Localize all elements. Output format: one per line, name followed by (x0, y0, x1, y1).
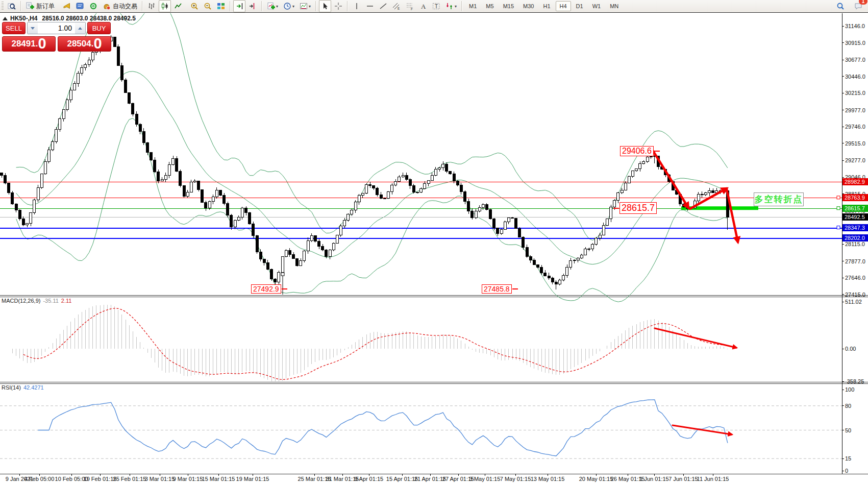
toolbar-right-group: 1 (834, 1, 865, 12)
arrows-tool-button[interactable]: ▾ (443, 0, 459, 12)
rsi-axis-label: 50 (845, 427, 851, 433)
macd-histogram (12, 305, 727, 381)
equidistant-channel-tool-button[interactable]: E (390, 0, 403, 12)
annotation-connector (654, 151, 660, 152)
bollinger-bands (16, 13, 728, 302)
macd-signal-value: 2.11 (61, 298, 72, 304)
trend-arrow-macd[interactable] (655, 328, 736, 348)
volume-input[interactable] (38, 22, 75, 34)
one-click-collapse-arrow[interactable] (3, 17, 8, 20)
volume-decrease-button[interactable] (28, 22, 38, 34)
price-annotation-27492.9[interactable]: 27492.9 (251, 284, 281, 294)
search-button[interactable] (834, 0, 847, 12)
auto-scroll-icon (235, 2, 243, 10)
rsi-axis-label: 80 (845, 403, 851, 409)
auto-scroll-tool-button[interactable] (233, 0, 245, 12)
metaeditor-tool-button[interactable] (74, 0, 86, 12)
vertical-line-icon (353, 2, 361, 10)
toolbar: 新订单自动交易▾▾▾EFAT▾M1M5M15M30H1H4D1W1MN1 (0, 0, 868, 13)
tab-timeframe-W1[interactable]: W1 (588, 1, 605, 11)
text-tool-button[interactable]: A (417, 0, 429, 12)
tab-timeframe-D1[interactable]: D1 (572, 1, 587, 11)
sell-button[interactable]: SELL (2, 22, 26, 34)
trendline-tool-button[interactable] (377, 0, 389, 12)
autotrading-button[interactable]: 自动交易 (101, 0, 139, 12)
vertical-line-tool-button[interactable] (351, 0, 363, 12)
trendline-icon (379, 2, 387, 10)
indicators-icon (267, 2, 275, 10)
price-annotation-27485.8[interactable]: 27485.8 (482, 284, 512, 294)
new-order-button[interactable]: 新订单 (24, 0, 57, 12)
search-icon (836, 2, 845, 10)
macd-main-value: -35.11 (43, 298, 58, 304)
annotation-connector (282, 288, 287, 289)
time-axis-label: 11 Jun 01:15 (690, 476, 736, 482)
price-badge-28982.9: 28982.9 (842, 178, 868, 185)
price-axis-label: 30677.0 (845, 57, 865, 63)
cursor-tool-button[interactable] (319, 0, 331, 12)
equidistant-channel-icon: E (392, 2, 401, 10)
crosshair-icon (334, 2, 342, 10)
buy-price-big-digit: 0 (93, 37, 102, 51)
price-axis-label: 30215.0 (845, 90, 865, 96)
line-chart-tool-button[interactable] (172, 0, 184, 12)
buy-price-panel[interactable]: 28504.0 (58, 36, 111, 52)
bar-chart-tool-button[interactable] (145, 0, 158, 12)
trend-arrow-main[interactable] (653, 151, 688, 208)
horizontal-line-tool-button[interactable] (364, 0, 376, 12)
tab-timeframe-M1[interactable]: M1 (465, 1, 481, 11)
sell-price: 28491. (11, 37, 38, 51)
macd-indicator-label: MACD(12,26,9)-35.112.11 (2, 298, 71, 304)
zoom-out-tool-button[interactable] (202, 0, 214, 12)
crosshair-tool-button[interactable] (332, 0, 344, 12)
rsi-value: 42.4271 (23, 384, 44, 391)
megaphone-tool-button[interactable] (61, 0, 73, 12)
new-order-label: 新订单 (36, 2, 55, 11)
buy-button[interactable]: BUY (87, 22, 111, 34)
text-label-icon: T (432, 2, 440, 10)
new-order-icon (26, 2, 34, 10)
line-selection-handle[interactable] (837, 196, 840, 199)
tab-timeframe-H4[interactable]: H4 (556, 1, 571, 11)
line-selection-handle[interactable] (837, 226, 840, 229)
periods-tool-button[interactable]: ▾ (281, 0, 296, 12)
line-selection-handle[interactable] (837, 207, 840, 210)
chart-area[interactable]: 31146.030915.030677.030446.030215.029977… (0, 13, 868, 484)
annotation-connector (512, 288, 518, 289)
dropdown-caret-icon: ▾ (455, 4, 457, 9)
horizontal-line-icon (366, 2, 374, 10)
price-annotation-28615.7[interactable]: 28615.7 (619, 202, 657, 214)
zoom-in-tool-button[interactable] (188, 0, 201, 12)
tab-timeframe-M5[interactable]: M5 (482, 1, 498, 11)
price-annotation-29406.6[interactable]: 29406.6 (620, 146, 654, 156)
tab-timeframe-H1[interactable]: H1 (539, 1, 554, 11)
indicators-tool-button[interactable]: ▾ (265, 0, 280, 12)
axis-tick-marks (19, 26, 844, 476)
fibonacci-tool-button[interactable]: F (404, 0, 416, 12)
chart-magnifier-tool-button[interactable] (6, 0, 18, 12)
turning-point-annotation[interactable]: 多空转折点 (754, 192, 804, 206)
tab-timeframe-MN[interactable]: MN (606, 1, 623, 11)
chart-shift-tool-button[interactable] (246, 0, 259, 12)
chart-canvas[interactable] (0, 13, 868, 484)
tab-timeframe-M15[interactable]: M15 (499, 1, 518, 11)
time-axis-label: 13 May 01:15 (525, 476, 571, 482)
templates-tool-button[interactable]: ▾ (297, 0, 313, 12)
low-marker-handle[interactable] (281, 273, 284, 276)
community-tool-button[interactable] (87, 0, 100, 12)
chart-title: HK50-,H4 28516.0 28603.0 28438.0 28492.5 (3, 15, 136, 22)
tab-timeframe-M30[interactable]: M30 (519, 1, 538, 11)
macd-axis-label: 0.00 (845, 346, 856, 352)
volume-increase-button[interactable] (75, 22, 85, 34)
sell-price-panel[interactable]: 28491.0 (2, 36, 56, 52)
toolbar-grip (2, 2, 4, 11)
rsi-name: RSI(14) (2, 384, 21, 391)
chat-notification-badge: 1 (859, 0, 867, 5)
text-label-tool-button[interactable]: T (430, 0, 442, 12)
spinner-up-icon (78, 27, 82, 30)
tile-windows-tool-button[interactable] (215, 0, 227, 12)
fibonacci-icon: F (406, 2, 414, 10)
spinner-down-icon (31, 27, 35, 30)
candlestick-chart-tool-button[interactable] (159, 0, 171, 12)
chat-button[interactable]: 1 (852, 0, 864, 12)
